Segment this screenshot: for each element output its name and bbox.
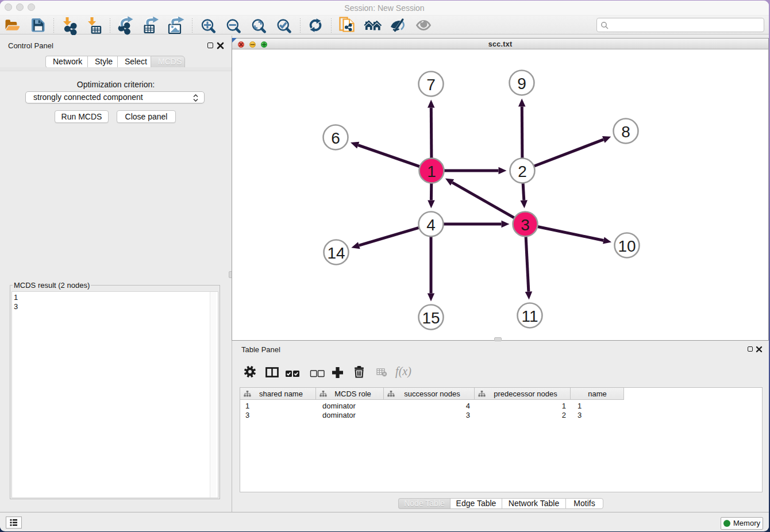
svg-text:15: 15 bbox=[422, 309, 440, 327]
svg-text:2: 2 bbox=[518, 163, 527, 180]
svg-text:6: 6 bbox=[331, 129, 340, 147]
svg-text:3: 3 bbox=[521, 216, 530, 234]
svg-text:11: 11 bbox=[521, 307, 538, 325]
svg-text:10: 10 bbox=[618, 237, 636, 255]
svg-text:1: 1 bbox=[427, 163, 436, 180]
svg-text:14: 14 bbox=[327, 244, 345, 262]
svg-text:f(x): f(x) bbox=[395, 365, 411, 378]
svg-text:9: 9 bbox=[517, 75, 526, 92]
svg-text:8: 8 bbox=[621, 123, 630, 141]
svg-text:4: 4 bbox=[426, 216, 436, 234]
svg-text:7: 7 bbox=[426, 76, 436, 94]
